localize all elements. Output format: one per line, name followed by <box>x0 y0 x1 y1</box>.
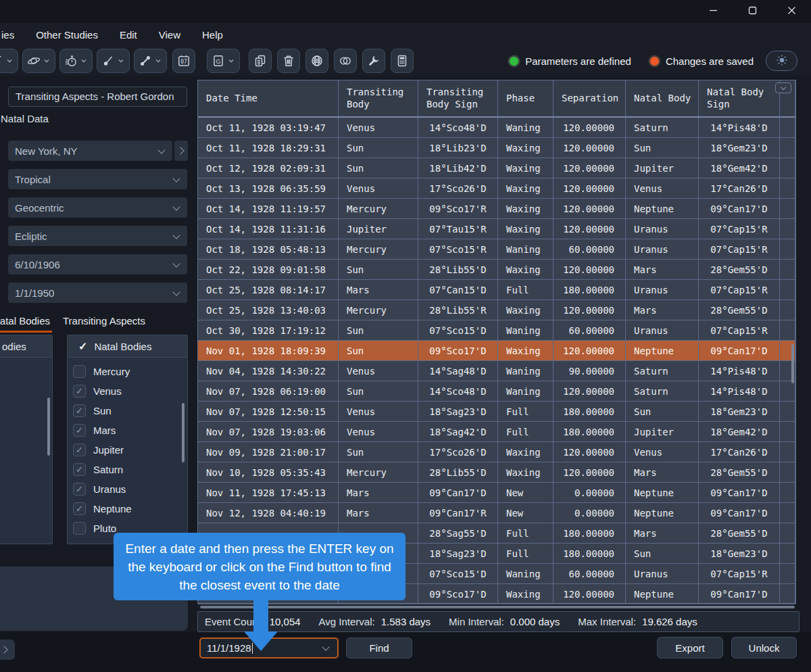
centricity-dropdown[interactable]: Geocentric <box>8 197 187 218</box>
location-dropdown[interactable]: New York, NY <box>8 141 172 161</box>
table-row[interactable]: Oct 14, 1928 11:31:16Jupiter07°Tau15'RWa… <box>198 219 795 239</box>
natal-bodies-header-label: Natal Bodies <box>94 341 151 352</box>
table-row[interactable]: Oct 13, 1928 06:35:59Venus17°Sco26'DWaxi… <box>198 178 795 199</box>
table-row[interactable]: Nov 10, 1928 05:35:43Mercury28°Lib55'DWa… <box>198 462 795 483</box>
body-checkbox-row-neptune[interactable]: ✓Neptune <box>68 499 187 519</box>
table-cell: Uranus <box>626 564 699 584</box>
body-checkbox-row-saturn[interactable]: ✓Saturn <box>68 460 187 479</box>
table-cell: Sun <box>339 381 418 402</box>
table-cell: Full <box>498 523 554 544</box>
table-row[interactable]: Oct 25, 1928 08:14:17Mars07°Can15'DFull1… <box>198 280 795 300</box>
table-cell: Saturn <box>626 361 699 381</box>
table-row[interactable]: Oct 25, 1928 13:40:03Mercury28°Lib55'RWa… <box>198 300 795 320</box>
maximize-button[interactable] <box>733 0 772 23</box>
panel-header: odies <box>0 335 52 358</box>
body-checkbox-row-mercury[interactable]: Mercury <box>68 362 187 381</box>
table-cell-spacer <box>780 320 795 341</box>
tab-natal-bodies[interactable]: Natal Bodies <box>0 315 50 327</box>
body-checkbox-row-mars[interactable]: ✓Mars <box>68 421 187 440</box>
menu-item-other-studies[interactable]: Other Studies <box>36 29 98 41</box>
wrench-button[interactable] <box>362 49 385 73</box>
table-row-selected[interactable]: Nov 01, 1928 18:09:39Sun09°Sco17'DWaxing… <box>198 341 795 361</box>
calculator-button[interactable] <box>391 49 414 73</box>
menu-item-edit[interactable]: Edit <box>120 29 137 41</box>
close-button[interactable] <box>772 0 811 23</box>
table-row[interactable]: Nov 04, 1928 14:30:22Venus14°Sag48'DWani… <box>198 361 795 381</box>
table-cell: Waxing <box>498 178 554 199</box>
table-cell: 28°Sag55'D <box>418 523 498 544</box>
trash-button[interactable] <box>277 49 300 73</box>
scrollbar-thumb[interactable] <box>47 398 50 456</box>
calendar-07-button[interactable]: 07 <box>172 49 195 73</box>
table-cell-spacer <box>780 422 795 442</box>
table-horizontal-scrollbar[interactable] <box>200 606 795 608</box>
dumbbell-button[interactable] <box>134 49 167 73</box>
table-cell: 07°Cap15'R <box>699 219 780 239</box>
table-cell: Jupiter <box>339 219 418 239</box>
tooltip-arrow-head <box>244 631 278 651</box>
table-cell: 18°Sag42'D <box>418 422 498 442</box>
minimize-button[interactable] <box>693 0 733 23</box>
orbit-button[interactable] <box>22 49 55 73</box>
table-cell: Nov 10, 1928 05:35:43 <box>198 462 339 483</box>
table-row[interactable]: Oct 14, 1928 11:19:57Mercury09°Sco17'RWa… <box>198 199 795 219</box>
table-cell: 09°Can17'D <box>699 483 780 503</box>
table-row[interactable]: Oct 11, 1928 03:19:47Venus14°Sco48'DWani… <box>198 118 795 138</box>
copy-button[interactable] <box>249 49 272 73</box>
table-row[interactable]: Nov 07, 1928 06:19:00Sun14°Sco48'DWaning… <box>198 381 795 402</box>
table-row[interactable]: Nov 11, 1928 17:45:13Mars09°Can17'DNew0.… <box>198 483 795 503</box>
table-options-button[interactable] <box>775 82 791 93</box>
zodiac-dropdown[interactable]: Tropical <box>8 169 187 189</box>
table-cell-spacer <box>780 564 795 584</box>
body-checkbox-row-uranus[interactable]: ✓Uranus <box>68 479 187 499</box>
end-date-dropdown[interactable]: 1/1/1950 <box>8 283 187 303</box>
table-cell: Oct 13, 1928 06:35:59 <box>198 178 339 199</box>
body-label: Mercury <box>93 366 130 377</box>
table-row[interactable]: Nov 07, 1928 19:03:06Venus18°Sag42'DFull… <box>198 422 795 442</box>
stopwatch-button[interactable] <box>59 49 93 73</box>
start-date-dropdown[interactable]: 6/10/1906 <box>8 254 187 274</box>
status-stat-label: Avg Interval: <box>319 616 375 627</box>
table-row[interactable]: Oct 11, 1928 18:29:31Sun18°Lib23'DWaxing… <box>198 138 795 158</box>
table-cell-spacer <box>780 260 795 280</box>
export-button[interactable]: Export <box>657 637 723 658</box>
tab-transiting-aspects[interactable]: Transiting Aspects <box>63 315 145 327</box>
rings-button[interactable] <box>334 49 357 73</box>
coordinate-dropdown[interactable]: Ecliptic <box>8 226 187 246</box>
pendulum-button[interactable] <box>97 49 130 73</box>
table-row[interactable]: Oct 18, 1928 05:48:13Mercury07°Sco15'RWa… <box>198 239 795 260</box>
body-label: Pluto <box>93 523 116 534</box>
expand-sidebar-button[interactable] <box>0 640 15 660</box>
table-cell: Waning <box>498 118 554 138</box>
table-cell: 09°Can17'D <box>699 584 780 604</box>
table-cell: Oct 25, 1928 13:40:03 <box>198 300 339 320</box>
natal-bodies-header[interactable]: ✓ Natal Bodies <box>68 335 187 358</box>
body-checkbox-row-venus[interactable]: ✓Venus <box>68 381 187 401</box>
table-row[interactable]: Oct 30, 1928 17:19:12Sun07°Sco15'DWaning… <box>198 320 795 341</box>
table-row[interactable]: Oct 22, 1928 09:01:58Sun28°Lib55'DWaxing… <box>198 260 795 280</box>
body-checkbox-row-jupiter[interactable]: ✓Jupiter <box>68 440 187 460</box>
scrollbar-thumb[interactable] <box>182 403 185 462</box>
location-next-button[interactable] <box>174 141 188 161</box>
menu-item-view[interactable]: View <box>159 29 180 41</box>
table-row[interactable]: Oct 12, 1928 02:09:31Sun18°Lib42'DWaxing… <box>198 158 795 178</box>
globe-button[interactable] <box>305 49 328 73</box>
body-checkbox-row-sun[interactable]: ✓Sun <box>68 401 187 421</box>
unlock-button[interactable]: Unlock <box>731 637 797 658</box>
menu-item-ies[interactable]: ies <box>1 29 14 41</box>
table-vertical-scrollbar[interactable] <box>791 344 794 383</box>
table-row[interactable]: Nov 12, 1928 04:40:19Mars09°Can17'RNew0.… <box>198 503 795 523</box>
table-cell: 28°Gem55'D <box>699 260 780 280</box>
chevron-down-icon <box>43 57 51 65</box>
table-cell: Venus <box>339 178 418 199</box>
title-bar <box>0 0 811 23</box>
table-row[interactable]: Nov 07, 1928 12:50:15Venus18°Sag23'DFull… <box>198 402 795 422</box>
menu-item-help[interactable]: Help <box>202 29 223 41</box>
g-box-button[interactable]: G <box>207 49 240 73</box>
table-cell: Waxing <box>498 138 554 158</box>
theme-toggle-button[interactable] <box>766 51 797 71</box>
clipped-tool-button[interactable] <box>0 49 18 73</box>
table-row[interactable]: Nov 09, 1928 21:00:17Sun17°Sco26'DWaxing… <box>198 442 795 462</box>
panel-header-label: odies <box>2 341 26 352</box>
find-button[interactable]: Find <box>346 638 412 658</box>
